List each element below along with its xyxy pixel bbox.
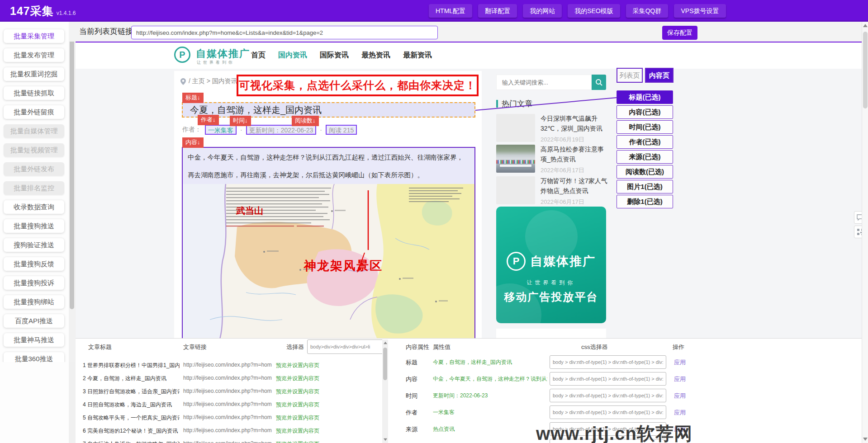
- css-selector-input[interactable]: [550, 405, 666, 419]
- content-tag[interactable]: 内容↓: [182, 137, 204, 148]
- attr-value: 热点资讯: [433, 425, 547, 433]
- selected-time-block[interactable]: 更新时间：2022-06-23: [246, 125, 317, 135]
- selected-reads-block[interactable]: 阅读 215: [326, 125, 357, 135]
- ad-tagline: 让世界看到你: [496, 279, 606, 287]
- selected-title-block[interactable]: 今夏，自驾游，这样走_国内资讯: [182, 102, 475, 118]
- site-nav-latest-news[interactable]: 最新资讯: [403, 51, 432, 60]
- reads-tag[interactable]: 阅读数↓: [292, 116, 319, 126]
- topnav-translate-config[interactable]: 翻译配置: [478, 4, 517, 18]
- apply-button[interactable]: 应用: [674, 358, 686, 367]
- partial-card: [496, 329, 606, 338]
- hot-article-title[interactable]: 万物皆可炸！这7家人气炸物店_热点资讯: [541, 176, 609, 196]
- qr-code-icon: [857, 229, 862, 235]
- qr-widget-button[interactable]: [854, 226, 862, 238]
- sidebar-item-shenma-push[interactable]: 批量神马推送: [4, 333, 64, 347]
- apply-button[interactable]: 应用: [674, 392, 686, 400]
- article-list-row: 5 自驾攻略平头哥，一个把真实_国内资讯 http://feijiseo.com…: [76, 411, 392, 424]
- row-article-link: http://feijiseo.com/index.php?m=home&c=V…: [183, 401, 272, 407]
- time-tag[interactable]: 时间↓: [230, 116, 251, 126]
- field-source-selected[interactable]: 来源(已选): [617, 150, 673, 164]
- css-selector-input[interactable]: [550, 372, 666, 386]
- field-image1-selected[interactable]: 图片1(已选): [617, 180, 673, 193]
- topnav-my-sites[interactable]: 我的网站: [523, 4, 562, 18]
- field-reads-selected[interactable]: 阅读数(已选): [617, 165, 673, 179]
- site-nav-home[interactable]: 首页: [251, 51, 266, 60]
- sidebar-item-link-grab[interactable]: 批量链接抓取: [4, 86, 64, 100]
- save-config-button[interactable]: 保存配置: [662, 26, 697, 40]
- preview-set-content-link[interactable]: 预览并设置内容页: [276, 440, 319, 443]
- route-map-image[interactable]: 武当山 神龙架风景区: [183, 184, 474, 338]
- preview-set-content-link[interactable]: 预览并设置内容页: [276, 414, 319, 422]
- sidebar-item-sogou-feedback[interactable]: 批量搜狗反馈: [4, 257, 64, 271]
- site-nav-hot-news[interactable]: 最热资讯: [361, 51, 390, 60]
- sidebar-item-sogou-push[interactable]: 批量搜狗推送: [4, 219, 64, 233]
- preview-set-content-link[interactable]: 预览并设置内容页: [276, 375, 319, 382]
- css-selector-input[interactable]: [550, 355, 666, 369]
- attr-row-author: 作者 一米集客 应用: [398, 404, 862, 421]
- list-scroll-up-arrow[interactable]: [384, 342, 387, 344]
- list-scroll-thumb[interactable]: [383, 348, 387, 380]
- preview-set-content-link[interactable]: 预览并设置内容页: [276, 388, 319, 396]
- attr-name: 标题: [406, 358, 417, 367]
- search-button[interactable]: [592, 75, 606, 90]
- sidebar-scrollbar[interactable]: [69, 22, 75, 362]
- site-nav-intl-news[interactable]: 国际资讯: [320, 51, 349, 60]
- hot-article-item[interactable]: 万物皆可炸！这7家人气炸物店_热点资讯 2022年06月17日: [496, 176, 609, 206]
- sidebar-item-sogou-verify-push[interactable]: 搜狗验证推送: [4, 238, 64, 252]
- site-brand: 自媒体推广: [196, 47, 250, 61]
- preview-set-content-link[interactable]: 预览并设置内容页: [276, 362, 319, 369]
- sidebar-item-batch-collect[interactable]: 批量采集管理: [4, 29, 64, 43]
- apply-button[interactable]: 应用: [674, 375, 686, 383]
- main-scroll-down-arrow[interactable]: [863, 438, 868, 441]
- list-selector-input[interactable]: [307, 339, 385, 354]
- field-delete1-selected[interactable]: 删除1(已选): [617, 195, 673, 208]
- sidebar-item-keyword-mining[interactable]: 批量权重词挖掘: [4, 67, 64, 81]
- topnav-seo-templates[interactable]: 我的SEO模版: [568, 4, 620, 18]
- field-author-selected[interactable]: 作者(已选): [617, 135, 673, 149]
- hot-article-title[interactable]: 今日深圳事气温飙升32℃，深圳_国内资讯: [541, 114, 609, 133]
- row-article-title: 7 自由行达人告诉你：旅游攻略怎_国内资讯: [83, 440, 180, 443]
- field-time-selected[interactable]: 时间(已选): [617, 120, 673, 134]
- main-scroll-thumb[interactable]: [863, 32, 868, 108]
- site-nav: 首页 国内资讯 国际资讯 最热资讯 最新资讯: [251, 51, 432, 60]
- tab-content-page[interactable]: 内容页: [645, 68, 674, 83]
- sidebar-item-sogou-complaint[interactable]: 批量搜狗投诉: [4, 276, 64, 290]
- ad-banner[interactable]: P 自媒体推广 让世界看到你 移动广告投放平台: [496, 207, 606, 323]
- sidebar-item-backlink-trace[interactable]: 批量外链留痕: [4, 105, 64, 119]
- topnav-html-config[interactable]: HTML配置: [429, 4, 472, 18]
- sidebar-scroll-thumb[interactable]: [70, 33, 74, 309]
- sidebar-item-360-push[interactable]: 批量360推送: [4, 352, 64, 362]
- css-selector-input[interactable]: [550, 389, 666, 402]
- field-title-selected[interactable]: 标题(已选): [617, 90, 673, 104]
- bottom-panel: 文章标题 文章链接 选择器 1 世界男排联赛积分榜！中国男排1_国内资讯 htt…: [76, 338, 862, 443]
- tab-list-page[interactable]: 列表页: [617, 68, 643, 83]
- chat-widget-button[interactable]: [854, 211, 862, 224]
- hot-article-item[interactable]: 今日深圳事气温飙升32℃，深圳_国内资讯 2022年06月19日: [496, 114, 609, 144]
- list-scroll-down-arrow[interactable]: [384, 438, 387, 441]
- sidebar-item-index-query[interactable]: 收录数据查询: [4, 200, 64, 214]
- field-content-selected[interactable]: 内容(已选): [617, 105, 673, 119]
- sidebar-item-baidu-api-push[interactable]: 百度API推送: [4, 314, 64, 328]
- selected-content-block[interactable]: 中金，今年夏天，自驾游，这种走怎样？说到从江西九江起程，透过江西始兴、往湖南张家…: [182, 147, 475, 338]
- list-table-scrollbar[interactable]: [382, 339, 388, 443]
- author-tag[interactable]: 作者↓: [198, 115, 219, 125]
- preview-set-content-link[interactable]: 预览并设置内容页: [276, 401, 319, 409]
- current-list-url-input[interactable]: [131, 26, 438, 39]
- sidebar-item-sogou-bind[interactable]: 批量搜狗绑站: [4, 295, 64, 309]
- search-input[interactable]: [496, 75, 592, 90]
- main-scroll-up-arrow[interactable]: [863, 24, 868, 27]
- row-article-title: 5 自驾攻略平头哥，一个把真实_国内资讯: [83, 414, 180, 422]
- title-tag[interactable]: 标题↓: [182, 93, 204, 103]
- hot-article-item[interactable]: 高原马拉松参赛注意事项_热点资讯 2022年06月17日: [496, 145, 609, 174]
- topnav-vps-dial[interactable]: VPS拨号设置: [674, 4, 726, 18]
- apply-button[interactable]: 应用: [674, 409, 686, 417]
- article-list-row: 6 完美自驾游的12个秘诀！资_国内资讯 http://feijiseo.com…: [76, 424, 392, 438]
- preview-set-content-link[interactable]: 预览并设置内容页: [276, 427, 319, 435]
- main-scrollbar[interactable]: [862, 22, 868, 443]
- app-logo: 147采集v1.4.1.6: [10, 0, 76, 22]
- selected-author-block[interactable]: 一米集客: [205, 125, 237, 135]
- hot-article-title[interactable]: 高原马拉松参赛注意事项_热点资讯: [541, 145, 609, 164]
- topnav-qq-group[interactable]: 采集QQ群: [626, 4, 669, 18]
- site-nav-domestic-news[interactable]: 国内资讯: [278, 51, 307, 60]
- sidebar-item-batch-publish[interactable]: 批量发布管理: [4, 48, 64, 62]
